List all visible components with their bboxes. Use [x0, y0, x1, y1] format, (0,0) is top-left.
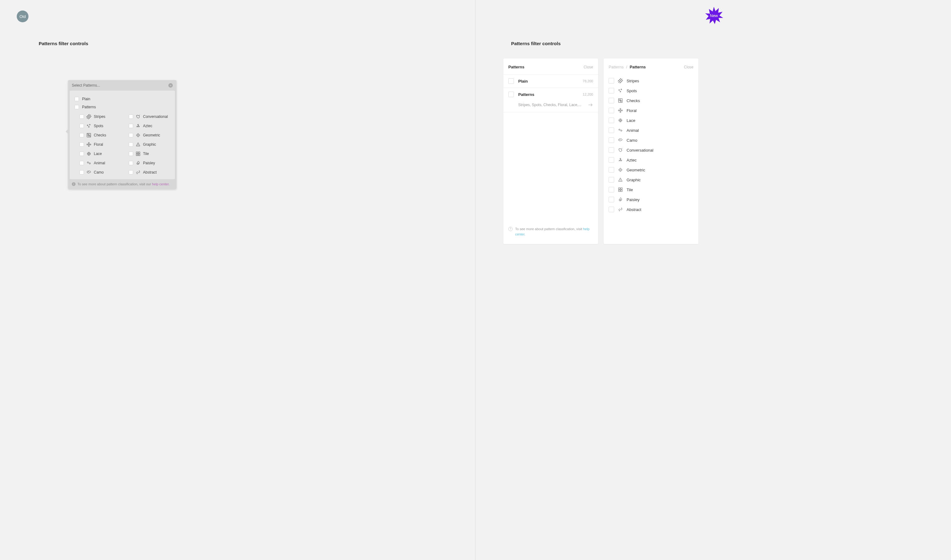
floral-icon: [618, 108, 623, 113]
stripes-icon: [86, 114, 91, 119]
pattern-label: Lace: [627, 118, 635, 123]
row-label: Patterns: [518, 92, 578, 97]
filter-row[interactable]: Plain78,200: [503, 74, 598, 88]
checkbox[interactable]: [609, 137, 614, 143]
pattern-label: Abstract: [627, 207, 641, 212]
checkbox[interactable]: [609, 187, 614, 192]
pattern-option[interactable]: Conversational: [609, 147, 694, 153]
pattern-option[interactable]: Camo: [80, 170, 123, 175]
checkbox[interactable]: [80, 152, 84, 156]
pattern-option[interactable]: Geometric: [609, 167, 694, 172]
pattern-list: StripesSpotsChecksFloralLaceAnimalCamoCo…: [604, 74, 698, 217]
pattern-option[interactable]: Floral: [609, 108, 694, 113]
conversational-icon: [136, 114, 140, 119]
pattern-label: Tile: [143, 152, 149, 156]
close-button[interactable]: Close: [584, 65, 593, 69]
section-title-new: Patterns filter controls: [511, 41, 923, 46]
arrow-right-icon: [588, 103, 593, 106]
checkbox[interactable]: [609, 98, 614, 103]
checkbox-plain[interactable]: [75, 97, 79, 101]
geometric-icon: [136, 133, 140, 138]
pattern-option[interactable]: Spots: [609, 88, 694, 94]
checkbox[interactable]: [609, 207, 614, 212]
pattern-option[interactable]: Paisley: [129, 161, 172, 166]
pattern-option[interactable]: Floral: [80, 142, 123, 147]
pattern-label: Aztec: [143, 124, 152, 128]
aztec-icon: [618, 157, 623, 162]
panel1-footer-text: To see more about pattern classfication,…: [515, 226, 593, 237]
checkbox[interactable]: [609, 78, 614, 83]
checkbox[interactable]: [80, 161, 84, 165]
pattern-option[interactable]: Abstract: [129, 170, 172, 175]
breadcrumb-parent[interactable]: Patterns: [609, 65, 623, 69]
checkbox[interactable]: [80, 133, 84, 137]
pattern-option[interactable]: Stripes: [609, 78, 694, 83]
pattern-label: Tile: [627, 188, 633, 192]
pattern-option[interactable]: Checks: [80, 133, 123, 138]
pattern-label: Stripes: [627, 78, 639, 83]
pattern-option[interactable]: Aztec: [609, 157, 694, 163]
pattern-label: Animal: [627, 128, 639, 133]
pattern-label: Conversational: [627, 148, 654, 152]
checkbox[interactable]: [129, 170, 133, 174]
row-label: Plain: [518, 79, 578, 83]
filter-row[interactable]: Patterns12,200: [503, 88, 598, 101]
panel1-title: Patterns: [508, 65, 524, 69]
pattern-option[interactable]: Lace: [80, 151, 123, 156]
pattern-option[interactable]: Graphic: [609, 177, 694, 183]
checkbox[interactable]: [609, 88, 614, 94]
pattern-option[interactable]: Conversational: [129, 114, 172, 119]
pattern-option[interactable]: Abstract: [609, 207, 694, 212]
pattern-option[interactable]: Spots: [80, 123, 123, 128]
pattern-option[interactable]: Animal: [609, 128, 694, 133]
tile-icon: [136, 151, 140, 156]
checkbox[interactable]: [508, 78, 514, 84]
pattern-option[interactable]: Tile: [129, 151, 172, 156]
checkbox[interactable]: [609, 177, 614, 183]
panel1-rows: Plain78,200Patterns12,200: [503, 74, 598, 101]
checkbox[interactable]: [609, 197, 614, 202]
close-button[interactable]: Close: [684, 65, 694, 69]
checkbox-patterns[interactable]: [75, 105, 79, 109]
pattern-label: Stripes: [94, 114, 105, 119]
checkbox[interactable]: [80, 114, 84, 119]
pattern-option[interactable]: Aztec: [129, 123, 172, 128]
pattern-option[interactable]: Animal: [80, 161, 123, 166]
close-icon[interactable]: ✕: [168, 83, 173, 88]
lace-icon: [86, 151, 91, 156]
checkbox[interactable]: [609, 157, 614, 163]
pattern-label: Abstract: [143, 170, 157, 174]
pattern-option[interactable]: Tile: [609, 187, 694, 192]
checkbox[interactable]: [609, 118, 614, 123]
checkbox[interactable]: [609, 108, 614, 113]
checkbox[interactable]: [508, 92, 514, 97]
checkbox[interactable]: [129, 124, 133, 128]
old-pattern-col-left: StripesSpotsChecksFloralLaceAnimalCamo: [80, 114, 123, 175]
pattern-option[interactable]: Lace: [609, 118, 694, 123]
patterns-subline[interactable]: Stripes, Spots, Checks, Floral, Lace,...: [503, 101, 598, 112]
checkbox[interactable]: [129, 114, 133, 119]
pattern-option[interactable]: Checks: [609, 98, 694, 103]
pattern-option[interactable]: Paisley: [609, 197, 694, 202]
pattern-label: Conversational: [143, 114, 168, 119]
pattern-option[interactable]: Camo: [609, 137, 694, 143]
pattern-option[interactable]: Graphic: [129, 142, 172, 147]
pattern-option[interactable]: Stripes: [80, 114, 123, 119]
checkbox[interactable]: [129, 161, 133, 165]
help-center-link[interactable]: help center.: [152, 182, 170, 186]
checkbox[interactable]: [609, 147, 614, 153]
info-icon: i: [72, 182, 76, 186]
pattern-option[interactable]: Geometric: [129, 133, 172, 138]
checkbox[interactable]: [609, 167, 614, 172]
checkbox[interactable]: [80, 170, 84, 174]
checkbox[interactable]: [129, 133, 133, 137]
checkbox[interactable]: [129, 142, 133, 147]
checkbox[interactable]: [609, 128, 614, 133]
checkbox[interactable]: [80, 142, 84, 147]
old-footer-text: To see more about pattern classification…: [77, 182, 170, 186]
camo-icon: [86, 170, 91, 175]
checkbox[interactable]: [129, 152, 133, 156]
checkbox[interactable]: [80, 124, 84, 128]
pattern-label: Camo: [94, 170, 104, 174]
floral-icon: [86, 142, 91, 147]
